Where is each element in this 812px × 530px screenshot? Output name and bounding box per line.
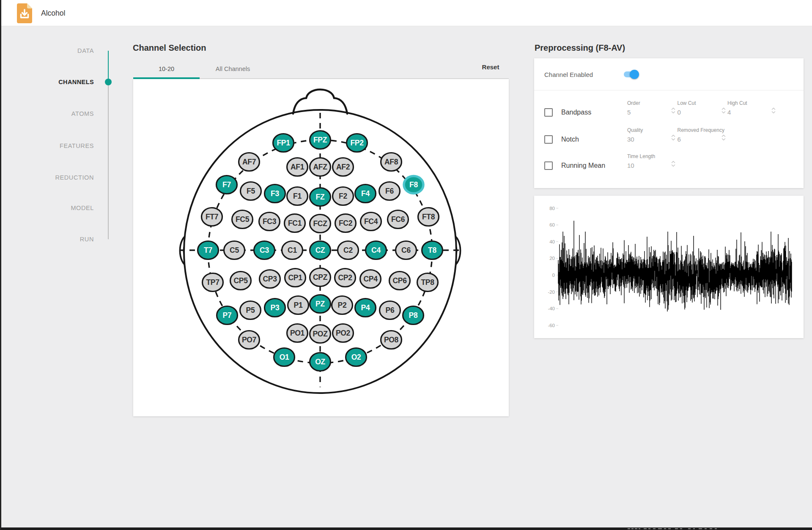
- electrode-fc3[interactable]: FC3: [259, 213, 280, 231]
- sidebar-item-model[interactable]: MODEL: [24, 205, 94, 211]
- electrode-c2[interactable]: C2: [338, 241, 359, 260]
- electrode-p5[interactable]: P5: [240, 301, 261, 320]
- electrode-ft7[interactable]: FT7: [202, 208, 222, 226]
- taskbar-glyph: [680, 528, 682, 529]
- electrode-fc5[interactable]: FC5: [232, 210, 253, 229]
- electrode-tp8[interactable]: TP8: [417, 273, 438, 292]
- preprocessing-title: Preprocessing (F8-AV): [535, 43, 625, 53]
- sidebar-item-run[interactable]: RUN: [24, 236, 94, 243]
- electrode-fpz[interactable]: FPZ: [310, 131, 331, 149]
- electrode-f2[interactable]: F2: [333, 187, 354, 205]
- electrode-t8[interactable]: T8: [422, 241, 443, 260]
- electrode-cz[interactable]: CZ: [310, 241, 331, 260]
- electrode-f6[interactable]: F6: [379, 182, 400, 200]
- svg-text:CZ: CZ: [315, 246, 325, 254]
- tab-all-channels[interactable]: All Channels: [200, 59, 266, 79]
- electrode-p3[interactable]: P3: [265, 299, 285, 317]
- electrode-af8[interactable]: AF8: [381, 153, 402, 171]
- electrode-fz[interactable]: FZ: [310, 188, 331, 206]
- electrode-tp7[interactable]: TP7: [203, 273, 223, 292]
- taskbar-glyph: [631, 528, 634, 529]
- sidebar-item-channels[interactable]: CHANNELS: [24, 79, 94, 85]
- electrode-po2[interactable]: PO2: [333, 324, 354, 342]
- electrode-o2[interactable]: O2: [346, 348, 367, 366]
- svg-text:P2: P2: [338, 301, 347, 309]
- taskbar-glyph: [653, 528, 656, 529]
- electrode-fc6[interactable]: FC6: [388, 210, 409, 229]
- electrode-fc2[interactable]: FC2: [335, 214, 356, 232]
- electrode-fc1[interactable]: FC1: [285, 214, 305, 232]
- electrode-oz[interactable]: OZ: [310, 353, 331, 371]
- electrode-o1[interactable]: O1: [274, 348, 295, 366]
- field-value[interactable]: 0: [678, 109, 727, 116]
- filter-row-running-mean: Running MeanTime Length10: [534, 149, 804, 183]
- svg-text:C6: C6: [401, 246, 411, 254]
- field-value[interactable]: 30: [627, 136, 677, 143]
- electrode-fp1[interactable]: FP1: [273, 134, 294, 152]
- field-value[interactable]: 4: [727, 109, 777, 116]
- electrode-af1[interactable]: AF1: [287, 158, 308, 176]
- electrode-p8[interactable]: P8: [403, 306, 424, 325]
- electrode-p4[interactable]: P4: [355, 299, 376, 317]
- signal-chart-card: 806040200-20-40-60: [534, 196, 804, 338]
- electrode-c1[interactable]: C1: [282, 241, 303, 260]
- electrode-t7[interactable]: T7: [198, 241, 219, 260]
- taskbar-glyph: [715, 528, 717, 529]
- svg-text:-20: -20: [548, 290, 555, 295]
- svg-text:POZ: POZ: [313, 330, 328, 338]
- electrode-f7[interactable]: F7: [217, 176, 237, 194]
- electrode-ft8[interactable]: FT8: [418, 208, 439, 226]
- electrode-c3[interactable]: C3: [254, 241, 275, 260]
- tab-10-20[interactable]: 10-20: [133, 59, 200, 79]
- electrode-c4[interactable]: C4: [366, 241, 387, 260]
- electrode-f5[interactable]: F5: [241, 182, 261, 200]
- reset-button[interactable]: Reset: [474, 60, 508, 74]
- bandpass-checkbox[interactable]: [544, 108, 553, 117]
- electrode-cp6[interactable]: CP6: [390, 272, 410, 290]
- sidebar-item-atoms[interactable]: ATOMS: [24, 110, 94, 117]
- svg-text:F8: F8: [409, 180, 418, 189]
- electrode-cp3[interactable]: CP3: [260, 270, 280, 288]
- electrode-afz[interactable]: AFZ: [310, 158, 331, 176]
- channel-enabled-toggle-thumb[interactable]: [630, 70, 639, 79]
- electrode-p1[interactable]: P1: [288, 296, 309, 314]
- electrode-cp2[interactable]: CP2: [335, 269, 356, 287]
- electrode-po8[interactable]: PO8: [381, 331, 402, 349]
- electrode-f4[interactable]: F4: [355, 185, 376, 203]
- electrode-p7[interactable]: P7: [217, 306, 238, 325]
- electrode-f1[interactable]: F1: [287, 187, 308, 205]
- notch-checkbox[interactable]: [544, 135, 553, 144]
- field-label: Low Cut: [678, 100, 727, 106]
- svg-text:FC3: FC3: [263, 217, 277, 226]
- svg-text:AF2: AF2: [336, 163, 350, 171]
- electrode-cp4[interactable]: CP4: [360, 270, 381, 288]
- electrode-po7[interactable]: PO7: [239, 331, 260, 349]
- running-mean-checkbox[interactable]: [544, 161, 553, 170]
- svg-text:CP5: CP5: [233, 276, 248, 285]
- field-value[interactable]: 6: [678, 136, 727, 143]
- electrode-af2[interactable]: AF2: [333, 158, 354, 176]
- electrode-cp5[interactable]: CP5: [230, 272, 251, 290]
- electrode-fcz[interactable]: FCZ: [310, 215, 331, 233]
- electrode-p2[interactable]: P2: [332, 296, 353, 314]
- svg-text:C2: C2: [343, 246, 353, 254]
- electrode-p6[interactable]: P6: [380, 301, 401, 320]
- channel-selection-title: Channel Selection: [133, 43, 206, 53]
- electrode-af7[interactable]: AF7: [239, 153, 260, 171]
- sidebar-item-reduction[interactable]: REDUCTION: [24, 174, 94, 181]
- sidebar-item-features[interactable]: FEATURES: [24, 142, 94, 149]
- electrode-c6[interactable]: C6: [396, 241, 417, 260]
- sidebar-item-data[interactable]: DATA: [24, 47, 94, 54]
- field-value[interactable]: 5: [627, 109, 677, 116]
- electrode-f8[interactable]: F8: [404, 176, 423, 194]
- electrode-f3[interactable]: F3: [265, 185, 285, 203]
- electrode-fp2[interactable]: FP2: [347, 134, 368, 152]
- electrode-fc4[interactable]: FC4: [361, 213, 381, 231]
- electrode-c5[interactable]: C5: [224, 241, 245, 260]
- electrode-cpz[interactable]: CPZ: [310, 268, 331, 287]
- electrode-po1[interactable]: PO1: [287, 324, 308, 342]
- electrode-pz[interactable]: PZ: [310, 295, 331, 313]
- electrode-poz[interactable]: POZ: [310, 325, 331, 343]
- field-value[interactable]: 10: [627, 162, 677, 169]
- electrode-cp1[interactable]: CP1: [285, 269, 306, 287]
